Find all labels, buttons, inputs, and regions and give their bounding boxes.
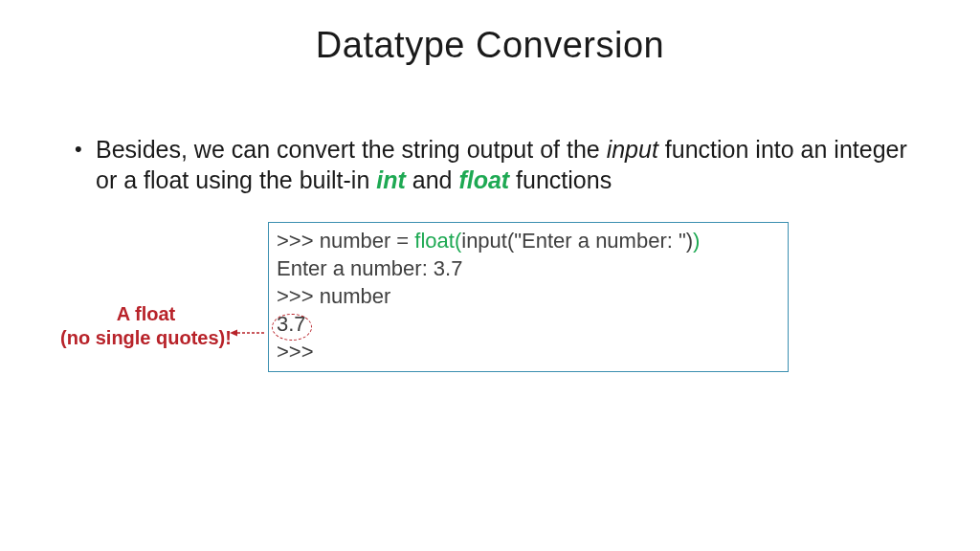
bullet-keyword-float: float xyxy=(458,166,509,193)
bullet-text-and: and xyxy=(406,166,459,193)
code-l1-float-close: ) xyxy=(693,229,700,253)
code-line-3: >>> number xyxy=(277,282,780,310)
code-line-4: 3.7 xyxy=(277,310,780,338)
code-line-1: >>> number = float(input("Enter a number… xyxy=(277,227,780,254)
bullet-item: • Besides, we can convert the string out… xyxy=(75,134,917,195)
code-l1-prompt: >>> number = xyxy=(277,229,414,253)
bullet-keyword-int: int xyxy=(376,166,406,193)
callout-line-2: (no single quotes)! xyxy=(57,326,234,350)
bullet-text: Besides, we can convert the string outpu… xyxy=(96,134,917,195)
code-box: >>> number = float(input("Enter a number… xyxy=(268,222,789,372)
bullet-text-pre: Besides, we can convert the string outpu… xyxy=(96,136,607,163)
bullet-word-input: input xyxy=(607,136,658,163)
code-l1-input-call: input("Enter a number: ") xyxy=(461,229,693,253)
code-line-2: Enter a number: 3.7 xyxy=(277,254,780,282)
bullet-text-post: functions xyxy=(509,166,612,193)
code-line-5: >>> xyxy=(277,338,780,365)
callout-text: A float (no single quotes)! xyxy=(57,302,234,350)
code-l1-float-open: float( xyxy=(414,229,461,253)
bullet-dot-icon: • xyxy=(75,136,82,163)
slide-title: Datatype Conversion xyxy=(0,25,980,66)
callout-line-1: A float xyxy=(57,302,234,326)
callout-arrow-icon xyxy=(230,328,264,338)
